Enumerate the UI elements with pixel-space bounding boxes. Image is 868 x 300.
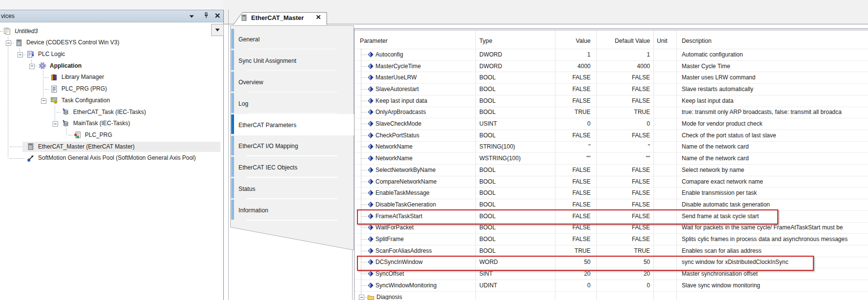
param-value[interactable]: FALSE [536, 189, 591, 196]
param-value[interactable]: TRUE [536, 247, 591, 254]
column-header-value[interactable]: Value [536, 38, 591, 44]
param-type: DWORD [479, 51, 502, 58]
column-header-parameter[interactable]: Parameter [360, 38, 388, 44]
tree-expander-minus[interactable] [41, 98, 46, 104]
tree-item-label[interactable]: PLC Logic [38, 51, 65, 57]
tree-item-label[interactable]: Task Configuration [61, 97, 110, 104]
param-name[interactable]: CompareNetworkName [375, 178, 436, 185]
side-tab-status[interactable]: Status [238, 186, 256, 192]
document-tab-label: EtherCAT_Master [251, 14, 304, 21]
tree-expander-minus[interactable] [29, 64, 35, 69]
param-name[interactable]: CheckPortStatus [375, 132, 419, 139]
param-value[interactable]: TRUE [536, 109, 591, 115]
tree-item-icon [3, 27, 11, 35]
param-name[interactable]: SplitFrame [375, 236, 404, 243]
side-tab-sync-unit-assignment[interactable]: Sync Unit Assignment [238, 57, 296, 64]
tree-expander-minus[interactable] [6, 40, 11, 46]
table-tree-stub [361, 112, 367, 113]
param-name[interactable]: NetworkName [375, 143, 413, 150]
tree-connector [57, 112, 60, 113]
tree-item-label[interactable]: Library Manager [61, 74, 104, 80]
param-name[interactable]: MasterUseLRW [375, 74, 416, 81]
parameter-icon [368, 98, 374, 104]
highlight-box [357, 256, 814, 271]
tree-item-label[interactable]: Untitled3 [15, 28, 38, 35]
param-name[interactable]: WaitForPacket [375, 224, 414, 231]
table-expander-minus[interactable] [359, 295, 364, 300]
param-name[interactable]: SlaveAutorestart [375, 86, 419, 93]
group-row-label[interactable]: Diagnosis [376, 294, 402, 300]
tree-expander-minus[interactable] [18, 52, 23, 57]
side-tab-divider [247, 198, 337, 199]
tree-expander-minus[interactable] [53, 121, 58, 127]
tree-item-label[interactable]: MainTask (IEC-Tasks) [73, 120, 130, 127]
param-value[interactable]: FALSE [536, 167, 591, 173]
param-default: "" [601, 155, 650, 162]
param-name[interactable]: NetworkName [375, 155, 413, 162]
side-tab-divider [247, 177, 337, 178]
side-tab-ethercat-parameters[interactable]: EtherCAT Parameters [238, 122, 296, 129]
param-name[interactable]: ScanForAliasAddress [375, 247, 432, 254]
param-value[interactable]: 1 [536, 51, 591, 58]
document-tab-close-icon[interactable] [316, 14, 321, 20]
param-value[interactable]: FALSE [536, 236, 591, 243]
param-description: Check of the port status of last slave [682, 132, 776, 139]
param-type: BOOL [479, 109, 495, 115]
param-name[interactable]: EnableTaskMessage [375, 189, 430, 196]
param-value[interactable]: 20 [536, 270, 591, 277]
param-value[interactable]: FALSE [536, 224, 591, 231]
param-type: USINT [479, 120, 497, 127]
tree-item-label[interactable]: PLC_PRG [85, 131, 112, 138]
parameters-table-inner-top [355, 30, 868, 30]
param-value[interactable]: FALSE [536, 178, 591, 185]
side-tab-ethercat-i-o-mapping[interactable]: EtherCAT I/O Mapping [238, 143, 298, 150]
param-value[interactable]: FALSE [536, 132, 591, 139]
param-value[interactable]: FALSE [536, 97, 591, 104]
param-type: BOOL [479, 86, 495, 93]
param-value[interactable]: FALSE [536, 74, 591, 81]
param-name[interactable]: Keep last input data [375, 97, 427, 104]
side-tab-log[interactable]: Log [238, 100, 248, 107]
tree-item-label[interactable]: SoftMotion General Axis Pool (SoftMotion… [38, 154, 196, 161]
param-value[interactable]: 0 [536, 120, 591, 127]
side-tab-general[interactable]: General [238, 36, 259, 43]
param-name[interactable]: SyncWindowMonitoring [375, 282, 436, 289]
tree-item-label[interactable]: PLC_PRG (PRG) [61, 85, 107, 92]
side-tab-information[interactable]: Information [238, 207, 268, 214]
tree-item-label[interactable]: Application [50, 62, 81, 69]
param-name[interactable]: Autoconfig [375, 51, 403, 58]
column-header-type[interactable]: Type [479, 38, 492, 44]
diamond-icon [368, 75, 374, 80]
side-tab-overview[interactable]: Overview [238, 79, 263, 86]
side-tab-divider [247, 49, 337, 50]
tree-item-label[interactable]: Device (CODESYS Control Win V3) [26, 39, 119, 46]
param-name[interactable]: SlaveCheckMode [375, 120, 421, 127]
column-header-default-value[interactable]: Default Value [601, 38, 650, 44]
row-separator [355, 141, 868, 142]
param-type: SINT [479, 270, 493, 277]
param-name[interactable]: OnlyArpBroadcasts [375, 109, 426, 115]
tree-item-label[interactable]: EtherCAT_Task (IEC-Tasks) [73, 109, 146, 115]
device-icon [240, 14, 248, 21]
diamond-icon [368, 167, 374, 173]
table-tree-stub [361, 239, 367, 240]
tree-item-label[interactable]: EtherCAT_Master (EtherCAT Master) [38, 143, 135, 150]
column-header-description[interactable]: Description [682, 38, 711, 44]
param-value[interactable]: FALSE [536, 86, 591, 93]
param-name[interactable]: SyncOffset [375, 270, 404, 277]
param-value[interactable]: FALSE [536, 201, 591, 208]
side-tab-accent-bar [231, 178, 234, 198]
param-name[interactable]: DisableTaskGeneration [375, 201, 436, 208]
side-tab-divider [247, 220, 337, 221]
param-value[interactable]: 0 [536, 282, 591, 289]
param-value[interactable]: '' [536, 143, 591, 150]
parameter-icon [368, 225, 374, 230]
row-separator [355, 72, 868, 72]
param-name[interactable]: MasterCycleTime [375, 63, 421, 70]
column-header-unit[interactable]: Unit [657, 38, 668, 44]
param-value[interactable]: "" [536, 155, 591, 162]
param-value[interactable]: 4000 [536, 63, 591, 70]
side-tab-ethercat-iec-objects[interactable]: EtherCAT IEC Objects [238, 164, 297, 171]
parameter-icon [368, 271, 374, 277]
param-name[interactable]: SelectNetworkByName [375, 167, 435, 173]
